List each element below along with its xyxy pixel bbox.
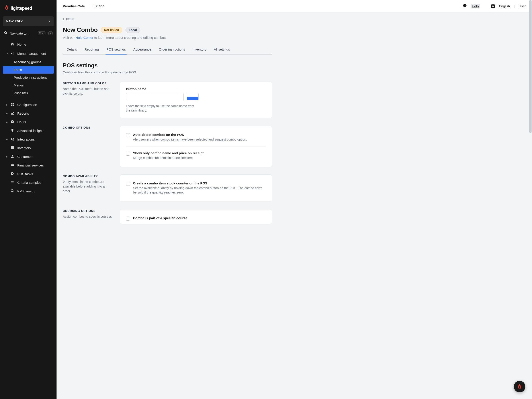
- svg-rect-9: [13, 138, 14, 139]
- caret-right-icon: ▶: [6, 121, 8, 123]
- caret-right-icon: ▶: [6, 104, 8, 106]
- combo-availability-card: Create a combo item stock counter on the…: [120, 174, 272, 202]
- nav-configuration[interactable]: ▶ Configuration: [0, 101, 57, 109]
- business-name: Paradise Cafe: [63, 4, 85, 8]
- id-label: ID:: [94, 4, 98, 8]
- section-subtitle: Configure how this combo will appear on …: [63, 70, 272, 74]
- color-picker[interactable]: [187, 93, 199, 100]
- caret-right-icon: ▶: [6, 138, 8, 140]
- svg-point-0: [4, 32, 6, 33]
- brand-logo: lightspeed: [0, 0, 57, 16]
- content-scroll[interactable]: ‹ Items New Combo Not linked Local Visit…: [57, 13, 532, 399]
- combo-availability-heading: COMBO AVAILABILITY: [63, 174, 114, 178]
- svg-point-2: [11, 53, 12, 54]
- button-name-heading: BUTTON NAME AND COLOR: [63, 82, 114, 85]
- stock-counter-desc: Set the available quantity by holding do…: [133, 186, 266, 195]
- caret-right-icon: ▶: [6, 112, 8, 115]
- tab-inventory[interactable]: Inventory: [193, 44, 206, 54]
- divider: |: [89, 4, 89, 8]
- nav-menus[interactable]: Menus: [0, 81, 57, 89]
- help-center-link[interactable]: Help Center: [76, 36, 93, 39]
- svg-rect-13: [11, 146, 14, 147]
- grid-icon: [10, 103, 15, 107]
- show-only-desc: Merge combo sub-items into one line item…: [133, 156, 203, 160]
- nav-hours[interactable]: ▶ Hours: [0, 118, 57, 126]
- keyboard-shortcut: Cmd + K: [38, 32, 52, 35]
- nav-customers[interactable]: ▶ Customers: [0, 152, 57, 161]
- clock-icon: [10, 120, 15, 124]
- user-menu[interactable]: User: [519, 4, 526, 8]
- location-selector[interactable]: New York ▼: [3, 16, 54, 26]
- nav: Home ▼ Menu management Accounting groups…: [0, 40, 57, 399]
- tabs: Details Reporting POS settings Appearanc…: [63, 44, 272, 55]
- nav-accounting-groups[interactable]: Accounting groups: [0, 58, 57, 66]
- tab-pos-settings[interactable]: POS settings: [106, 44, 126, 54]
- tab-reporting[interactable]: Reporting: [84, 44, 99, 54]
- nav-reports[interactable]: ▶ Reports: [0, 109, 57, 118]
- home-icon: [10, 42, 15, 47]
- svg-text:?: ?: [464, 4, 465, 7]
- help-icon[interactable]: ?: [463, 4, 467, 9]
- status-local: Local: [126, 27, 140, 33]
- combo-options-card: Auto-detect combos on the POS Alert serv…: [120, 126, 272, 167]
- tab-order-instructions[interactable]: Order instructions: [159, 44, 185, 54]
- puzzle-icon: [10, 137, 15, 141]
- nav-search[interactable]: Navigate to... Cmd + K: [3, 30, 54, 37]
- svg-rect-12: [11, 147, 14, 149]
- chevron-left-icon: ‹: [63, 17, 64, 21]
- nav-advanced-insights[interactable]: Advanced insights: [0, 126, 57, 135]
- button-name-input[interactable]: [126, 93, 184, 101]
- checkbox-auto-detect[interactable]: [126, 133, 130, 137]
- nav-items[interactable]: Items: [3, 66, 54, 74]
- specific-course-title: Combo is part of a specific course: [133, 216, 187, 220]
- coursing-options-heading: COURSING OPTIONS: [63, 209, 114, 213]
- svg-rect-4: [13, 103, 14, 104]
- lightbulb-icon: [10, 129, 15, 133]
- sidebar: lightspeed New York ▼ Navigate to... Cmd…: [0, 0, 57, 399]
- breadcrumb-back[interactable]: ‹ Items: [63, 17, 272, 21]
- nav-integrations[interactable]: ▶ Integrations: [0, 135, 57, 144]
- svg-rect-8: [11, 138, 12, 139]
- nav-menu-management[interactable]: ▼ Menu management: [0, 49, 57, 58]
- tab-appearance[interactable]: Appearance: [133, 44, 151, 54]
- coursing-options-card: Combo is part of a specific course: [120, 209, 272, 224]
- nav-financial-services[interactable]: Financial services: [0, 161, 57, 170]
- divider: |: [514, 4, 515, 8]
- tab-details[interactable]: Details: [67, 44, 77, 54]
- button-name-label: Button name: [126, 87, 266, 91]
- checkbox-show-only[interactable]: [126, 152, 130, 156]
- brand-name: lightspeed: [11, 6, 32, 11]
- caret-right-icon: ▶: [6, 156, 8, 158]
- search-icon: [10, 189, 15, 193]
- svg-rect-16: [11, 165, 14, 165]
- nav-home[interactable]: Home: [0, 40, 57, 49]
- nav-price-lists[interactable]: Price lists: [0, 89, 57, 97]
- id-value: 000: [99, 4, 104, 8]
- wallet-icon: [10, 163, 15, 167]
- status-not-linked: Not linked: [101, 27, 122, 33]
- gear-icon: [10, 172, 15, 176]
- checkbox-specific-course[interactable]: [126, 216, 130, 221]
- button-name-desc: Name the POS menu button and pick its co…: [63, 87, 114, 96]
- nav-criteria-samples[interactable]: Criteria samples: [0, 178, 57, 187]
- show-only-title: Show only combo name and price on receip…: [133, 151, 203, 155]
- search-placeholder: Navigate to...: [10, 32, 35, 35]
- nav-pos-tasks[interactable]: POS tasks: [0, 170, 57, 178]
- svg-line-1: [6, 33, 7, 34]
- scrollbar-track[interactable]: [529, 0, 532, 399]
- nav-pms-search[interactable]: PMS search: [0, 187, 57, 196]
- tab-all-settings[interactable]: All settings: [214, 44, 230, 54]
- nav-production-instructions[interactable]: Production instructions: [0, 74, 57, 81]
- caret-down-icon: ▼: [6, 52, 8, 55]
- nav-inventory[interactable]: Inventory: [0, 144, 57, 152]
- svg-rect-6: [13, 105, 14, 106]
- checkbox-stock-counter[interactable]: [126, 182, 130, 186]
- svg-rect-11: [13, 139, 14, 140]
- combo-options-heading: COMBO OPTIONS: [63, 126, 114, 129]
- language-selector[interactable]: English: [499, 4, 510, 8]
- flame-icon: [4, 5, 9, 12]
- coursing-options-desc: Assign combos to specific courses: [63, 214, 114, 219]
- fab-lightspeed[interactable]: [514, 381, 525, 392]
- help-link[interactable]: Help: [471, 4, 480, 8]
- scrollbar-thumb[interactable]: [529, 0, 532, 133]
